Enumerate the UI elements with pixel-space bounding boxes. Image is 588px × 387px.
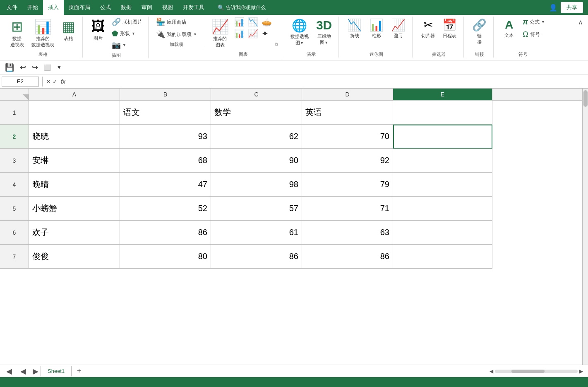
col-header-a[interactable]: A: [29, 89, 120, 100]
horizontal-scrollbar[interactable]: ◀ ▶: [490, 368, 586, 374]
charts-expand-button[interactable]: ⧉: [274, 39, 278, 50]
scroll-sheet-left[interactable]: ◀: [18, 366, 28, 376]
table-button[interactable]: ▦ 表格: [58, 17, 79, 50]
cell-d3[interactable]: 92: [302, 149, 393, 173]
formula-input[interactable]: [69, 78, 586, 84]
redo-icon[interactable]: ↪: [30, 62, 40, 73]
ribbon-collapse-button[interactable]: ∧: [576, 17, 585, 28]
row-num-4[interactable]: 4: [0, 173, 29, 197]
screenshot-button[interactable]: 📷 ▼: [109, 40, 145, 50]
col-header-b[interactable]: B: [120, 89, 211, 100]
tab-view[interactable]: 视图: [157, 0, 178, 15]
my-addins-button[interactable]: 🔌 我的加载项 ▼: [154, 29, 199, 40]
cell-b3[interactable]: 68: [120, 149, 211, 173]
cell-b7[interactable]: 80: [120, 245, 211, 269]
tab-formula[interactable]: 公式: [95, 0, 116, 15]
cell-e4[interactable]: [393, 173, 492, 197]
tab-review[interactable]: 审阅: [137, 0, 157, 15]
cell-c5[interactable]: 57: [211, 197, 302, 221]
help-bar[interactable]: 🔍 告诉我你想做什么: [218, 4, 266, 11]
cell-e1[interactable]: [393, 101, 492, 125]
add-sheet-button[interactable]: ◀: [4, 366, 14, 376]
area-chart-button[interactable]: 📈: [247, 28, 259, 39]
symbol-button[interactable]: Ω 符号: [520, 29, 547, 40]
col-header-c[interactable]: C: [211, 89, 302, 100]
cell-b4[interactable]: 47: [120, 173, 211, 197]
formula-button[interactable]: π 公式 ▼: [520, 17, 547, 27]
cell-a2[interactable]: 晓晓: [29, 125, 120, 149]
tab-home[interactable]: 开始: [22, 0, 43, 15]
new-sheet-button[interactable]: +: [74, 366, 84, 376]
cell-b6[interactable]: 86: [120, 221, 211, 245]
tab-page-layout[interactable]: 页面布局: [64, 0, 95, 15]
scroll-sheet-right[interactable]: ▶: [31, 366, 41, 376]
vertical-scrollbar[interactable]: [582, 89, 588, 365]
cell-c7[interactable]: 86: [211, 245, 302, 269]
sheet-tab-1[interactable]: Sheet1: [41, 366, 72, 377]
cell-c6[interactable]: 61: [211, 221, 302, 245]
help-text[interactable]: 告诉我你想做什么: [226, 4, 266, 11]
line-chart-button[interactable]: 📉: [247, 17, 259, 27]
slicer-button[interactable]: ✂ 切片器: [418, 17, 438, 50]
cell-d2[interactable]: 70: [302, 125, 393, 149]
cell-e5[interactable]: [393, 197, 492, 221]
tab-insert[interactable]: 插入: [43, 0, 64, 15]
cell-a4[interactable]: 晚晴: [29, 173, 120, 197]
sparkline-column-button[interactable]: 📊 柱形: [366, 17, 387, 50]
cell-a1[interactable]: [29, 101, 120, 125]
cancel-formula-icon[interactable]: ✕: [46, 78, 51, 85]
scroll-right-icon[interactable]: ▶: [579, 368, 583, 374]
sparkline-winloss-button[interactable]: 📈 盈亏: [388, 17, 409, 50]
undo-icon[interactable]: ↩: [18, 62, 28, 73]
row-num-6[interactable]: 6: [0, 221, 29, 245]
cell-a3[interactable]: 安琳: [29, 149, 120, 173]
cell-c4[interactable]: 98: [211, 173, 302, 197]
share-button[interactable]: 共享: [561, 2, 583, 13]
recommended-charts-button[interactable]: 📈 推荐的图表: [208, 17, 232, 50]
bar-chart-button[interactable]: 📊: [233, 28, 246, 39]
cell-b1[interactable]: 语文: [120, 101, 211, 125]
recommended-pivot-button[interactable]: 📊 推荐的数据透视表: [28, 17, 58, 50]
tab-file[interactable]: 文件: [2, 0, 22, 15]
col-header-d[interactable]: D: [302, 89, 393, 100]
cell-d5[interactable]: 71: [302, 197, 393, 221]
cell-d7[interactable]: 86: [302, 245, 393, 269]
row-num-7[interactable]: 7: [0, 245, 29, 269]
cell-a5[interactable]: 小螃蟹: [29, 197, 120, 221]
text-button[interactable]: A 文本: [499, 17, 519, 50]
pivot-table-button[interactable]: ⊞ 数据透视表: [7, 17, 27, 50]
confirm-formula-icon[interactable]: ✓: [53, 78, 58, 85]
row-num-2[interactable]: 2: [0, 125, 29, 149]
cell-b2[interactable]: 93: [120, 125, 211, 149]
cell-e2[interactable]: [393, 125, 492, 149]
cell-e3[interactable]: [393, 149, 492, 173]
store-button[interactable]: 🏪 应用商店: [154, 17, 199, 27]
cell-d6[interactable]: 63: [302, 221, 393, 245]
customize-icon[interactable]: ▼: [55, 64, 63, 71]
row-num-1[interactable]: 1: [0, 101, 29, 125]
cell-e7[interactable]: [393, 245, 492, 269]
pivot-chart-button[interactable]: 🌐 数据透视图▼: [287, 17, 312, 50]
tab-data[interactable]: 数据: [116, 0, 137, 15]
cell-c1[interactable]: 数学: [211, 101, 302, 125]
name-box[interactable]: [2, 77, 39, 87]
link-button[interactable]: 🔗 链接: [469, 17, 490, 50]
3d-map-button[interactable]: 3D 三维地图▼: [313, 17, 335, 50]
cell-d1[interactable]: 英语: [302, 101, 393, 125]
cell-c2[interactable]: 62: [211, 125, 302, 149]
scrollbar-thumb[interactable]: [583, 90, 588, 107]
row-num-3[interactable]: 3: [0, 149, 29, 173]
column-chart-button[interactable]: 📊: [233, 17, 246, 27]
picture-button[interactable]: 🖼 图片: [88, 17, 108, 50]
cell-a6[interactable]: 欢子: [29, 221, 120, 245]
scatter-chart-button[interactable]: ✦: [260, 28, 270, 39]
timeline-button[interactable]: 📅 日程表: [439, 17, 460, 50]
row-num-5[interactable]: 5: [0, 197, 29, 221]
cell-b5[interactable]: 52: [120, 197, 211, 221]
save-icon[interactable]: 💾: [3, 62, 16, 73]
scroll-left-icon[interactable]: ◀: [490, 368, 493, 374]
cell-e6[interactable]: [393, 221, 492, 245]
shapes-button[interactable]: ⬟ 形状 ▼: [109, 28, 145, 39]
pie-chart-button[interactable]: 🥧: [260, 17, 273, 27]
cell-a7[interactable]: 俊俊: [29, 245, 120, 269]
